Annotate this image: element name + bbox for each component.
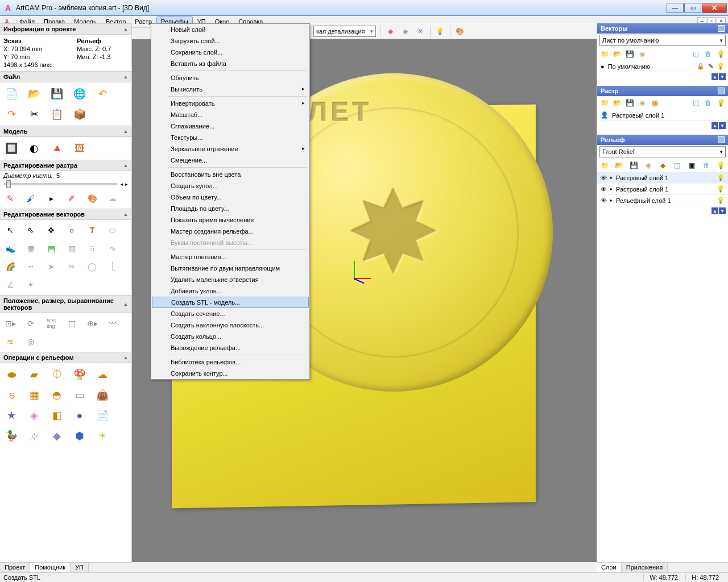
- rel-up[interactable]: ▲: [712, 207, 718, 214]
- new-file-icon[interactable]: 📄: [3, 86, 19, 102]
- maximize-button[interactable]: ▭: [684, 3, 701, 13]
- model-section-header[interactable]: Модель▲: [0, 126, 131, 137]
- vec-grid-icon[interactable]: ▦: [24, 242, 38, 255]
- rl-pic-icon[interactable]: ▣: [686, 160, 697, 171]
- vec-curve-icon[interactable]: ∿: [106, 242, 119, 255]
- vectors-panel-header[interactable]: Векторы: [597, 23, 728, 34]
- circle-icon[interactable]: ○: [65, 223, 78, 237]
- tab-project[interactable]: Проект: [0, 563, 30, 572]
- menu-item-библиотека-рельефов-[interactable]: Библиотека рельефов...: [151, 356, 309, 368]
- menu-item-загрузить-слой-[interactable]: Загрузить слой...: [151, 35, 309, 47]
- move-icon[interactable]: ✥: [44, 223, 58, 237]
- ras-dn[interactable]: ▼: [719, 122, 726, 129]
- menu-item-смещение-[interactable]: Смещение...: [151, 155, 309, 166]
- menu-item-объем-по-цвету-[interactable]: Объем по цвету...: [151, 192, 309, 203]
- eye-icon[interactable]: 👁: [601, 186, 607, 193]
- tab-layers[interactable]: Слои: [597, 563, 622, 572]
- array-icon[interactable]: ⊕▸: [85, 317, 99, 330]
- r-open-icon[interactable]: 📂: [612, 98, 622, 108]
- r-diamond-icon[interactable]: ◈: [26, 408, 42, 423]
- vec-shoe-icon[interactable]: 👟: [3, 242, 17, 255]
- edit-icon[interactable]: ✎: [708, 63, 713, 70]
- relief-layer-0[interactable]: 👁▸ Растровый слой 1 💡: [597, 172, 728, 184]
- r-layer-icon[interactable]: ◆: [49, 428, 65, 444]
- relief-panel-header[interactable]: Рельеф: [597, 135, 728, 145]
- menu-item-вычислить[interactable]: Вычислить: [151, 84, 309, 95]
- vec-star-icon[interactable]: ✦: [24, 278, 38, 292]
- vec-mesh-icon[interactable]: ▨: [65, 242, 78, 255]
- rl-bulb-icon[interactable]: 💡: [715, 160, 726, 171]
- lock-icon[interactable]: 🔒: [697, 63, 705, 70]
- ras-up[interactable]: ▲: [712, 122, 718, 129]
- v-open-icon[interactable]: 📂: [612, 49, 622, 59]
- v-bulb-icon[interactable]: 💡: [715, 49, 726, 59]
- eye-icon[interactable]: 👁: [601, 197, 607, 204]
- rl-dup-icon[interactable]: ◉: [643, 160, 653, 171]
- r-star-icon[interactable]: ★: [3, 408, 19, 423]
- relief-layer-2[interactable]: 👁▸ Рельефный слой 1 💡: [597, 195, 728, 206]
- brush-slider[interactable]: [3, 183, 117, 185]
- greyscale-icon[interactable]: ◐: [26, 140, 42, 156]
- r-save-icon[interactable]: 💾: [624, 98, 635, 108]
- menu-item-создать-сечение-[interactable]: Создать сечение...: [151, 308, 309, 319]
- menu-item-добавить-уклон-[interactable]: Добавить уклон...: [151, 285, 309, 297]
- rl-toggle-icon[interactable]: ◫: [672, 160, 682, 171]
- relief-ops-header[interactable]: Операции с рельефом▲: [0, 352, 131, 363]
- vec-scissors-icon[interactable]: ✂: [65, 260, 78, 273]
- r-del-icon[interactable]: 🗑: [703, 98, 713, 108]
- r-ball-icon[interactable]: ⬢: [72, 428, 88, 444]
- vec-dots-icon[interactable]: ⁝⁝: [85, 242, 99, 255]
- menu-item-инвертировать[interactable]: Инвертировать: [151, 98, 309, 109]
- redo-icon[interactable]: ↷: [3, 106, 19, 122]
- arrow-icon[interactable]: ↖: [3, 223, 17, 237]
- bulb-icon[interactable]: 💡: [717, 185, 725, 193]
- rl-mode-icon[interactable]: ◆: [657, 160, 668, 171]
- menu-item-восстановить-вне-цвета[interactable]: Восстановить вне цвета: [151, 169, 309, 180]
- r-duck-icon[interactable]: 🦆: [3, 428, 19, 444]
- menu-item-мастер-плетения-[interactable]: Мастер плетения...: [151, 251, 309, 263]
- align-icon[interactable]: ⊡▸: [3, 317, 17, 330]
- vec-ring-icon[interactable]: ◯: [85, 260, 99, 273]
- menu-item-вытягивание-по-двум-направляющим[interactable]: Вытягивание по двум направляющим: [151, 263, 309, 274]
- r-toggle-icon[interactable]: ◫: [690, 98, 701, 108]
- vec-dash-icon[interactable]: ┅: [24, 260, 38, 273]
- bulb-icon[interactable]: 💡: [717, 197, 725, 204]
- r-bag-icon[interactable]: 👜: [94, 387, 110, 403]
- tab-assistant[interactable]: Помощник: [30, 563, 71, 572]
- brush-icon[interactable]: 🖌: [24, 192, 38, 205]
- r-shape-icon[interactable]: ⬬: [3, 367, 19, 383]
- menu-item-масштаб-[interactable]: Масштаб...: [151, 109, 309, 120]
- eye-icon[interactable]: 👁: [601, 174, 607, 181]
- vec-abc-icon[interactable]: ▤: [44, 242, 58, 255]
- vec-up[interactable]: ▲: [712, 73, 718, 80]
- v-new-icon[interactable]: 📁: [599, 49, 610, 59]
- r-new-icon[interactable]: 📁: [599, 98, 610, 108]
- r-note-icon[interactable]: 📄: [94, 408, 110, 423]
- lamp-icon[interactable]: 🔺: [49, 140, 65, 156]
- r-dome-icon[interactable]: ◓: [49, 387, 65, 403]
- menu-item-создать-stl-модель-[interactable]: Создать STL - модель...: [152, 297, 309, 308]
- menu-item-мастер-создания-рельефа-[interactable]: Мастер создания рельефа...: [151, 226, 309, 237]
- r-extrude-icon[interactable]: ▰: [26, 367, 42, 383]
- tab-apps[interactable]: Приложения: [622, 563, 668, 572]
- r-sun-icon[interactable]: ☀: [94, 428, 110, 444]
- r-cube-icon[interactable]: ◧: [49, 408, 65, 423]
- menu-item-сохранить-слой-[interactable]: Сохранить слой...: [151, 47, 309, 58]
- relief-combo[interactable]: Front Relief: [599, 146, 726, 157]
- raster-layer-1[interactable]: 👤 Растровый слой 1: [597, 110, 728, 121]
- r-merge-icon[interactable]: ▦: [650, 98, 660, 108]
- vectors-sheet-combo[interactable]: Лист по умолчанию: [599, 35, 726, 46]
- menu-item-зеркальное-отражение[interactable]: Зеркальное отражение: [151, 143, 309, 155]
- cut-icon[interactable]: ✂: [26, 106, 42, 122]
- v-toggle-icon[interactable]: ◫: [690, 49, 701, 59]
- menu-item-вырождение-рельефа-[interactable]: Вырождение рельефа...: [151, 342, 309, 354]
- rl-new-icon[interactable]: 📁: [599, 160, 610, 171]
- relief-layer-1[interactable]: 👁▸ Растровый слой 1 💡: [597, 184, 728, 195]
- cloud-icon[interactable]: ☁: [106, 192, 119, 205]
- r-dup-icon[interactable]: ◉: [637, 98, 647, 108]
- tab-toolpath[interactable]: УП: [71, 563, 89, 572]
- vec-arrow2-icon[interactable]: ➤: [44, 260, 58, 273]
- vec-sketch-icon[interactable]: ⬭: [106, 223, 119, 237]
- menu-item-площадь-по-цвету-[interactable]: Площадь по цвету...: [151, 203, 309, 214]
- view-icon-2[interactable]: ◈: [400, 26, 411, 36]
